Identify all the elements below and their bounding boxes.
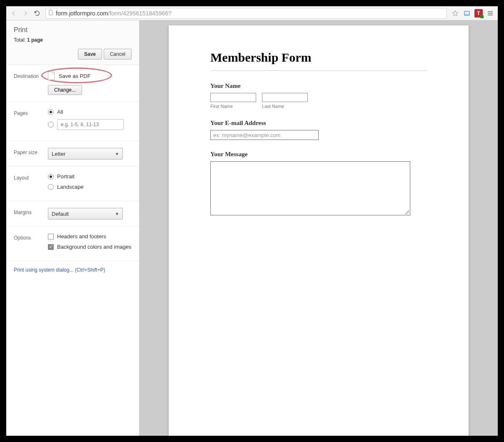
chevron-down-icon: ▼	[115, 152, 119, 156]
first-name-input[interactable]	[210, 93, 256, 102]
extension-icon[interactable]: T	[474, 8, 484, 18]
first-name-sublabel: First Name	[210, 104, 256, 109]
background-label: Background colors and images	[57, 244, 132, 250]
pages-all-radio[interactable]	[48, 109, 54, 115]
form-title: Membership Form	[210, 50, 427, 65]
total-prefix: Total:	[14, 37, 27, 43]
nav-forward-icon[interactable]	[20, 8, 30, 18]
menu-icon[interactable]	[485, 8, 495, 18]
paper-size-select[interactable]: Letter ▼	[48, 148, 123, 160]
message-textarea[interactable]	[210, 161, 410, 215]
margins-label: Margins	[14, 208, 43, 220]
margins-select[interactable]: Default ▼	[48, 208, 123, 220]
pages-range-input[interactable]	[57, 119, 124, 130]
message-label: Your Message	[210, 151, 427, 158]
options-label: Options	[14, 233, 43, 254]
email-placeholder: ex: myname@example.com	[213, 132, 280, 138]
email-label: Your E-mail Address	[210, 120, 427, 127]
layout-portrait-label: Portrait	[57, 173, 75, 180]
change-destination-button[interactable]: Change...	[48, 85, 82, 95]
layout-landscape-label: Landscape	[57, 184, 84, 190]
layout-portrait-radio[interactable]	[48, 174, 54, 180]
last-name-input[interactable]	[262, 93, 308, 102]
layout-label: Layout	[14, 173, 43, 194]
your-name-label: Your Name	[210, 82, 427, 90]
email-input[interactable]: ex: myname@example.com	[210, 130, 319, 140]
print-title: Print	[14, 26, 132, 34]
divider	[210, 70, 427, 71]
nav-back-icon[interactable]	[9, 8, 19, 18]
star-icon[interactable]	[450, 8, 460, 18]
paper-size-value: Letter	[52, 151, 65, 157]
browser-toolbar: form.jotformpro.com/form/42956151845966?…	[6, 6, 498, 20]
print-preview: Membership Form Your Name First Name Las…	[140, 20, 498, 436]
paper-label: Paper size	[14, 148, 43, 160]
panel-icon[interactable]	[462, 8, 472, 18]
cancel-button[interactable]: Cancel	[104, 49, 132, 60]
destination-value: Save as PDF	[59, 73, 91, 79]
preview-page: Membership Form Your Name First Name Las…	[169, 25, 469, 436]
last-name-sublabel: Last Name	[262, 104, 308, 109]
pages-range-radio[interactable]	[48, 122, 54, 127]
margins-value: Default	[52, 211, 69, 217]
layout-landscape-radio[interactable]	[48, 184, 54, 190]
pages-label: Pages	[14, 109, 43, 134]
page-icon	[48, 10, 53, 17]
total-value: 1 page	[27, 37, 43, 43]
pages-all-label: All	[57, 109, 63, 115]
background-checkbox[interactable]: ✓	[48, 244, 54, 250]
headers-label: Headers and footers	[57, 233, 106, 240]
chevron-down-icon: ▼	[115, 212, 119, 216]
svg-rect-1	[464, 13, 469, 15]
print-sidebar: Print Total: 1 page Save Cancel Destinat…	[6, 20, 140, 436]
print-total: Total: 1 page	[14, 37, 132, 43]
url-bar[interactable]: form.jotformpro.com/form/42956151845966?	[45, 8, 447, 19]
destination-label: Destination	[14, 72, 43, 95]
reload-icon[interactable]	[32, 8, 42, 18]
system-dialog-link[interactable]: Print using system dialog... (Ctrl+Shift…	[14, 267, 105, 273]
url-path: /form/42956151845966?	[108, 10, 172, 17]
pdf-icon	[48, 72, 55, 80]
save-button[interactable]: Save	[78, 49, 102, 60]
headers-checkbox[interactable]	[48, 234, 54, 240]
url-host: form.jotformpro.com	[56, 10, 108, 17]
